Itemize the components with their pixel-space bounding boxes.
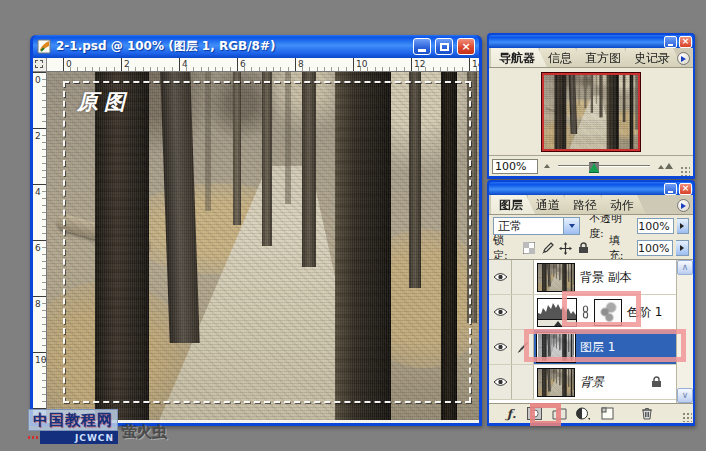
tab-history[interactable]: 史记录 — [626, 48, 682, 67]
eye-icon — [493, 342, 508, 352]
layers-menu-button[interactable] — [677, 199, 690, 212]
photo-forest-scene — [538, 369, 574, 397]
navigator-menu-button[interactable] — [677, 52, 690, 65]
navigator-tabs: 导航器 信息 直方图 史记录 — [489, 48, 693, 68]
layer-mask-thumbnail[interactable] — [594, 299, 622, 326]
lock-position-icon[interactable] — [559, 242, 572, 255]
doc-maximize-button[interactable] — [435, 38, 453, 55]
navigator-close-button[interactable]: × — [679, 36, 692, 48]
new-group-button[interactable] — [551, 406, 568, 421]
layer-main[interactable]: 背景 — [534, 365, 676, 399]
link-cell[interactable] — [512, 365, 534, 399]
zoom-in-button[interactable] — [655, 161, 676, 171]
tab-actions[interactable]: 动作 — [602, 195, 646, 214]
layers-resize-grip[interactable] — [681, 411, 692, 422]
blend-mode-value: 正常 — [494, 218, 563, 235]
fill-input[interactable]: 100% — [637, 240, 674, 256]
layer-thumbnail[interactable] — [537, 263, 575, 292]
navigator-minimize-button[interactable] — [664, 36, 677, 48]
ruler-origin-corner[interactable] — [33, 58, 47, 72]
eye-icon — [493, 272, 508, 282]
document-title: 2-1.psd @ 100% (图层 1, RGB/8#) — [56, 38, 409, 55]
photo-grain — [544, 75, 638, 151]
photo-grain — [538, 369, 574, 397]
lock-transparency-icon[interactable] — [523, 242, 536, 255]
slider-thumb[interactable] — [589, 162, 599, 172]
layers-close-button[interactable]: × — [679, 183, 692, 195]
photoshop-workspace: { "document_window": { "title": "2-1.psd… — [0, 0, 706, 451]
layer-main[interactable]: 背景 副本 — [534, 260, 676, 294]
zoom-out-button[interactable] — [541, 162, 553, 170]
image-canvas[interactable]: 原图 — [47, 72, 479, 420]
layer-list-scrollbar[interactable]: ∧ ∨ — [676, 260, 693, 403]
visibility-toggle[interactable] — [489, 330, 512, 364]
link-cell[interactable] — [512, 295, 534, 329]
layer-thumbnail[interactable] — [537, 368, 575, 397]
layer-name: 图层 1 — [580, 339, 615, 356]
layer-row-background[interactable]: 背景 — [489, 365, 676, 400]
layer-list: 背景 副本 — [489, 259, 693, 403]
visibility-toggle[interactable] — [489, 260, 512, 294]
levels-adjustment-icon[interactable] — [537, 298, 577, 327]
navigator-panel: × 导航器 信息 直方图 史记录 — [487, 33, 695, 179]
lock-all-icon[interactable] — [577, 242, 590, 255]
slider-track — [558, 165, 650, 167]
tab-navigator[interactable]: 导航器 — [491, 48, 547, 67]
layer-main[interactable]: 色阶 1 — [534, 295, 676, 329]
scroll-up-icon[interactable]: ∧ — [677, 260, 693, 275]
ruler-tick-label: 10 — [35, 355, 46, 365]
visibility-toggle[interactable] — [489, 295, 512, 329]
visibility-toggle[interactable] — [489, 365, 512, 399]
photo-grain — [538, 264, 574, 292]
ruler-tick-label: 12 — [414, 59, 425, 69]
fill-spinner-icon[interactable] — [676, 240, 689, 256]
photo-forest-scene — [538, 264, 574, 292]
layer-row-layer-1[interactable]: 图层 1 — [489, 330, 676, 365]
lock-buttons — [523, 242, 590, 255]
layers-footer-toolbar: ƒ. — [489, 403, 693, 423]
document-titlebar[interactable]: 2-1.psd @ 100% (图层 1, RGB/8#) × — [33, 35, 479, 58]
site-name: 中国教程网 — [33, 411, 113, 430]
layer-thumbnail[interactable] — [537, 333, 575, 362]
layer-lock-icon — [651, 376, 662, 388]
layer-row-levels-1[interactable]: 色阶 1 — [489, 295, 676, 330]
paintbrush-icon — [516, 341, 529, 354]
ruler-tick-label: 4 — [35, 187, 41, 197]
layer-main[interactable]: 图层 1 — [534, 330, 676, 364]
ruler-tick-label: 4 — [182, 59, 188, 69]
doc-minimize-button[interactable] — [413, 38, 431, 55]
layer-row-background-copy[interactable]: 背景 副本 — [489, 260, 676, 295]
ruler-tick-label: 2 — [35, 131, 41, 141]
active-paint-cell[interactable] — [512, 330, 534, 364]
ruler-tick-label: 6 — [240, 59, 246, 69]
psd-file-icon — [37, 39, 52, 54]
site-code-bar: JCWCN — [40, 431, 118, 444]
link-cell[interactable] — [512, 260, 534, 294]
doc-close-button[interactable]: × — [457, 38, 475, 55]
layers-minimize-button[interactable] — [664, 183, 677, 195]
add-mask-button[interactable] — [526, 406, 543, 421]
layer-style-button[interactable]: ƒ. — [503, 406, 520, 421]
layers-titlebar[interactable]: × — [489, 182, 693, 195]
navigator-zoom-input[interactable]: 100% — [492, 159, 538, 174]
combo-dropdown-icon[interactable] — [563, 218, 579, 234]
new-layer-button[interactable] — [599, 406, 616, 421]
ruler-tick-label: 14 — [472, 59, 479, 69]
tab-histogram[interactable]: 直方图 — [577, 48, 633, 67]
new-adjustment-layer-button[interactable] — [574, 406, 591, 421]
navigator-proxy-view[interactable] — [542, 73, 640, 151]
site-watermark: 中国教程网 JCWCN — [28, 409, 118, 444]
vertical-ruler[interactable]: 0246810 — [33, 72, 47, 423]
navigator-resize-grip[interactable] — [679, 165, 690, 176]
lock-paint-icon[interactable] — [541, 242, 554, 255]
eye-icon — [493, 377, 508, 387]
navigator-titlebar[interactable]: × — [489, 35, 693, 48]
scroll-down-icon[interactable]: ∨ — [677, 388, 693, 403]
opacity-spinner-icon[interactable] — [677, 218, 689, 234]
canvas-overlay-label: 原图 — [77, 88, 131, 116]
horizontal-ruler[interactable]: 02468101214 — [47, 58, 479, 72]
opacity-input[interactable]: 100% — [637, 218, 673, 234]
ruler-tick-label: 0 — [66, 59, 72, 69]
navigator-zoom-slider[interactable] — [556, 159, 652, 173]
delete-layer-button[interactable] — [638, 406, 655, 421]
